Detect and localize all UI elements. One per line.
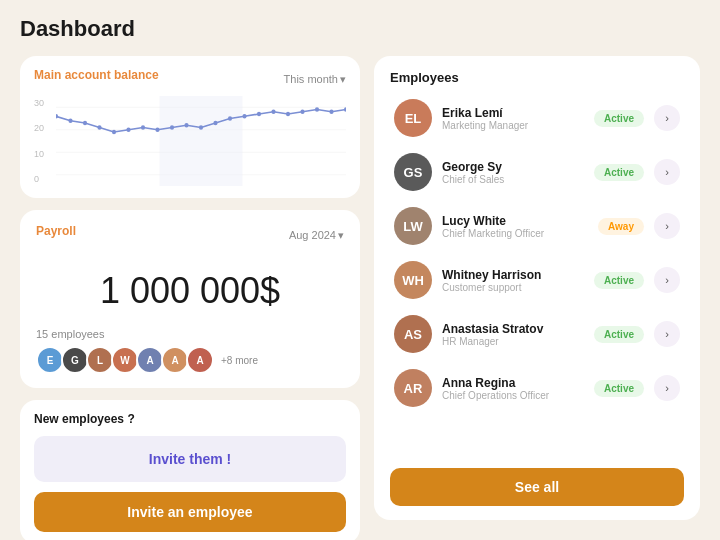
see-all-button[interactable]: See all [390, 468, 684, 506]
employee-name: Whitney Harrison [442, 268, 584, 282]
chart-period-selector[interactable]: This month ▾ [284, 73, 346, 86]
svg-point-22 [300, 110, 304, 115]
payroll-amount: 1 000 000$ [36, 252, 344, 328]
employee-info: George Sy Chief of Sales [442, 160, 584, 185]
chevron-down-icon: ▾ [340, 73, 346, 86]
status-badge: Away [598, 218, 644, 235]
svg-point-20 [271, 110, 275, 115]
employees-title: Employees [390, 70, 684, 85]
svg-point-13 [170, 125, 174, 130]
employee-role: Customer support [442, 282, 584, 293]
svg-point-9 [112, 130, 116, 135]
svg-point-17 [228, 116, 232, 121]
employee-name: Lucy White [442, 214, 588, 228]
employee-role: Marketing Manager [442, 120, 584, 131]
svg-point-8 [97, 125, 101, 130]
employee-name: Anna Regina [442, 376, 584, 390]
employee-role: Chief Operations Officer [442, 390, 584, 401]
balance-chart-card: Main account balance This month ▾ 30 20 … [20, 56, 360, 198]
svg-point-14 [184, 123, 188, 128]
employee-row[interactable]: EL Erika Lemí Marketing Manager Active › [390, 93, 684, 143]
svg-point-12 [155, 128, 159, 133]
left-column: Main account balance This month ▾ 30 20 … [20, 56, 360, 520]
chart-y-labels: 30 20 10 0 [34, 96, 44, 186]
avatar: A [186, 346, 214, 374]
avatar: E [36, 346, 64, 374]
page-title: Dashboard [20, 16, 700, 42]
employee-row[interactable]: AS Anastasia Stratov HR Manager Active › [390, 309, 684, 359]
payroll-title: Payroll [36, 224, 76, 238]
svg-point-24 [329, 110, 333, 115]
employee-role: Chief Marketing Officer [442, 228, 588, 239]
new-employees-title: New employees ? [34, 412, 346, 426]
svg-point-16 [213, 121, 217, 126]
employee-info: Anastasia Stratov HR Manager [442, 322, 584, 347]
employee-detail-button[interactable]: › [654, 105, 680, 131]
employee-row[interactable]: AR Anna Regina Chief Operations Officer … [390, 363, 684, 413]
status-badge: Active [594, 272, 644, 289]
employee-info: Lucy White Chief Marketing Officer [442, 214, 588, 239]
employees-card: Employees EL Erika Lemí Marketing Manage… [374, 56, 700, 520]
avatar: L [86, 346, 114, 374]
employee-list: EL Erika Lemí Marketing Manager Active ›… [390, 93, 684, 460]
payroll-period-selector[interactable]: Aug 2024 ▾ [289, 229, 344, 242]
chart-svg [56, 96, 346, 186]
avatar: A [161, 346, 189, 374]
employee-count: 15 employees [36, 328, 344, 340]
payroll-card: Payroll Aug 2024 ▾ 1 000 000$ 15 employe… [20, 210, 360, 388]
avatar: A [136, 346, 164, 374]
svg-point-6 [68, 119, 72, 124]
invite-box-text: Invite them ! [149, 451, 231, 467]
svg-rect-4 [160, 96, 243, 186]
employee-avatar: LW [394, 207, 432, 245]
avatar: W [111, 346, 139, 374]
chart-title: Main account balance [34, 68, 159, 82]
employee-role: HR Manager [442, 336, 584, 347]
employee-name: Anastasia Stratov [442, 322, 584, 336]
svg-point-19 [257, 112, 261, 117]
employee-name: Erika Lemí [442, 106, 584, 120]
svg-point-15 [199, 125, 203, 130]
new-employees-card: New employees ? Invite them ! Invite an … [20, 400, 360, 540]
svg-point-25 [344, 107, 346, 112]
status-badge: Active [594, 110, 644, 127]
svg-point-18 [242, 114, 246, 119]
chart-area [56, 96, 346, 186]
employee-detail-button[interactable]: › [654, 321, 680, 347]
employee-row[interactable]: WH Whitney Harrison Customer support Act… [390, 255, 684, 305]
svg-point-5 [56, 114, 58, 119]
invite-employee-button[interactable]: Invite an employee [34, 492, 346, 532]
chart-container: 30 20 10 0 [34, 96, 346, 186]
status-badge: Active [594, 164, 644, 181]
chevron-down-icon: ▾ [338, 229, 344, 242]
right-column: Employees EL Erika Lemí Marketing Manage… [374, 56, 700, 520]
avatar-more-label: +8 more [221, 355, 258, 366]
employee-avatar: AS [394, 315, 432, 353]
employee-row[interactable]: GS George Sy Chief of Sales Active › [390, 147, 684, 197]
employee-detail-button[interactable]: › [654, 267, 680, 293]
employee-avatar: AR [394, 369, 432, 407]
employee-detail-button[interactable]: › [654, 213, 680, 239]
employee-info: Anna Regina Chief Operations Officer [442, 376, 584, 401]
invite-box[interactable]: Invite them ! [34, 436, 346, 482]
status-badge: Active [594, 326, 644, 343]
employee-role: Chief of Sales [442, 174, 584, 185]
employee-detail-button[interactable]: › [654, 159, 680, 185]
employee-avatar: WH [394, 261, 432, 299]
employee-info: Whitney Harrison Customer support [442, 268, 584, 293]
employee-avatar: GS [394, 153, 432, 191]
employee-detail-button[interactable]: › [654, 375, 680, 401]
status-badge: Active [594, 380, 644, 397]
svg-point-21 [286, 112, 290, 117]
svg-point-11 [141, 125, 145, 130]
avatar-row: E G L W A A A +8 more [36, 346, 344, 374]
svg-point-10 [126, 128, 130, 133]
svg-point-23 [315, 107, 319, 112]
avatar: G [61, 346, 89, 374]
employee-info: Erika Lemí Marketing Manager [442, 106, 584, 131]
main-layout: Main account balance This month ▾ 30 20 … [20, 56, 700, 520]
employee-avatar: EL [394, 99, 432, 137]
svg-point-7 [83, 121, 87, 126]
employee-row[interactable]: LW Lucy White Chief Marketing Officer Aw… [390, 201, 684, 251]
employee-name: George Sy [442, 160, 584, 174]
